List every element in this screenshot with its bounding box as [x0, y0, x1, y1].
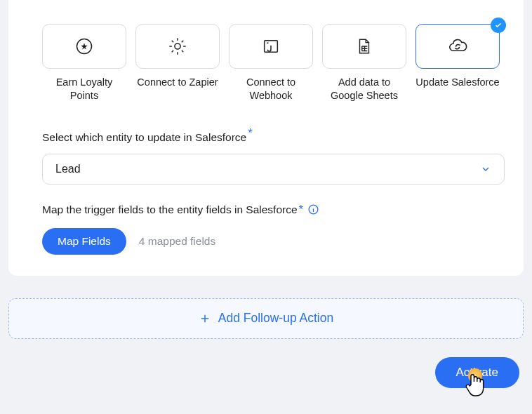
chevron-down-icon	[480, 163, 491, 175]
map-fields-button[interactable]: Map Fields	[42, 228, 126, 255]
add-followup-action[interactable]: Add Follow-up Action	[8, 298, 524, 339]
star-circle-icon	[74, 36, 94, 56]
webhook-icon	[261, 36, 281, 56]
sheets-icon	[355, 37, 373, 55]
config-card: contact email email workflow Earn Loyalt…	[8, 0, 524, 276]
action-label: Add data to Google Sheets	[322, 76, 406, 102]
action-add-google-sheets: Add data to Google Sheets	[322, 1, 406, 102]
map-fields-row: Map Fields 4 mapped fields	[42, 228, 499, 255]
required-asterisk: *	[299, 203, 304, 217]
check-icon	[494, 21, 503, 29]
svg-point-1	[175, 44, 180, 49]
action-connect-webhook: Connect to Webhook	[229, 1, 313, 102]
action-label: Connect to Zapier	[137, 76, 218, 89]
cloud-sync-icon	[447, 36, 468, 57]
entity-select-label: Select which entity to update in Salesfo…	[42, 126, 499, 144]
required-asterisk: *	[248, 126, 253, 140]
entity-select-value: Lead	[55, 163, 81, 175]
action-box-update-salesforce[interactable]	[415, 24, 500, 69]
info-icon[interactable]	[307, 203, 319, 215]
entity-select[interactable]: Lead	[42, 154, 505, 185]
footer-actions: Activate	[0, 339, 532, 388]
selected-check-badge	[491, 18, 506, 33]
action-label: Connect to Webhook	[229, 76, 313, 102]
activate-button[interactable]: Activate	[435, 357, 519, 388]
action-grid: Earn Loyalty Points Connect to Zapier Co…	[42, 1, 499, 102]
map-fields-label: Map the trigger fields to the entity fie…	[42, 203, 499, 217]
action-earn-loyalty: Earn Loyalty Points	[42, 1, 126, 102]
followup-label: Add Follow-up Action	[218, 311, 333, 326]
action-box-connect-zapier[interactable]	[135, 24, 220, 69]
action-connect-zapier: Connect to Zapier	[135, 1, 220, 102]
action-label: Update Salesforce	[415, 76, 499, 89]
gear-icon	[168, 36, 187, 56]
action-label: Earn Loyalty Points	[42, 76, 126, 102]
plus-icon	[199, 312, 211, 325]
action-update-salesforce: Update Salesforce	[415, 1, 500, 102]
action-box-connect-webhook[interactable]	[229, 24, 313, 69]
mapped-fields-count: 4 mapped fields	[139, 235, 215, 248]
action-box-earn-loyalty[interactable]	[42, 24, 126, 69]
action-box-add-google-sheets[interactable]	[322, 24, 406, 69]
